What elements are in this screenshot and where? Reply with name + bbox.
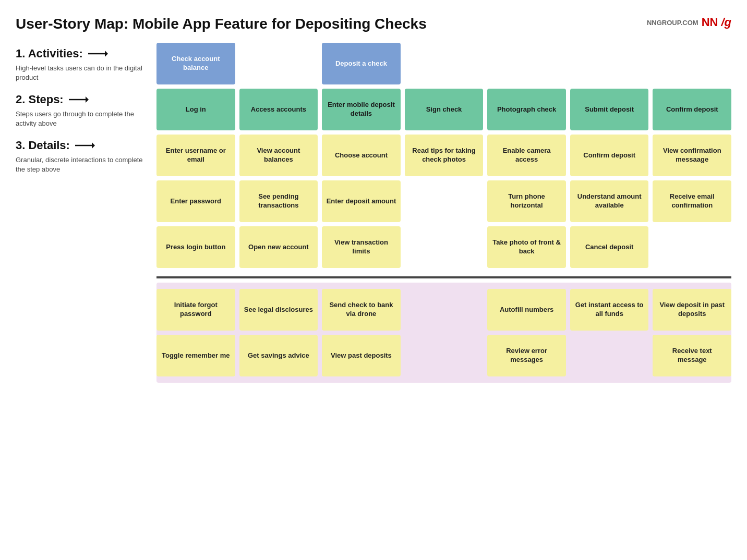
card-open-new-account[interactable]: Open new account <box>239 226 318 268</box>
steps-section: 2. Steps: Steps users go through to comp… <box>16 89 731 130</box>
details-col-2-4: Turn phone horizontal <box>487 180 566 222</box>
activities-row: Check account balance Deposit a check <box>156 43 731 84</box>
steps-col-6: Confirm deposit <box>653 89 731 130</box>
future-col-1-0: Initiate forgot password <box>156 289 235 331</box>
details-empty-3-3 <box>405 226 484 268</box>
details-col-2-1: See pending transactions <box>239 180 318 222</box>
card-choose-account[interactable]: Choose account <box>322 135 401 176</box>
details-cards: Enter username or email View account bal… <box>156 135 731 268</box>
card-enter-username[interactable]: Enter username or email <box>156 135 235 176</box>
activities-empty-3 <box>405 43 484 84</box>
card-initiate-forgot[interactable]: Initiate forgot password <box>156 289 235 331</box>
card-enter-deposit-amount[interactable]: Enter deposit amount <box>322 180 401 222</box>
future-col-2-0: Toggle remember me <box>156 335 235 376</box>
details-col-3-5: Cancel deposit <box>570 226 649 268</box>
future-empty-2-3 <box>405 335 484 376</box>
details-col-1-2: Choose account <box>322 135 401 176</box>
card-access-accounts[interactable]: Access accounts <box>239 89 318 130</box>
svg-marker-3 <box>86 96 89 103</box>
card-view-confirmation[interactable]: View confirmation messaage <box>653 135 731 176</box>
details-row-1: Enter username or email View account bal… <box>156 135 731 176</box>
future-col-1-4: Autofill numbers <box>487 289 566 331</box>
logo: NNGROUP.COM NN/g <box>647 16 731 29</box>
card-turn-phone[interactable]: Turn phone horizontal <box>487 180 566 222</box>
card-send-check-drone[interactable]: Send check to bank via drone <box>322 289 401 331</box>
activities-empty-4 <box>487 43 566 84</box>
logo-url: NNGROUP.COM <box>647 19 698 27</box>
future-col-2-2: View past deposits <box>322 335 401 376</box>
card-review-error[interactable]: Review error messages <box>487 335 566 376</box>
divider-spacer <box>16 272 156 278</box>
details-label: 3. Details: <box>16 139 151 152</box>
card-get-instant-access[interactable]: Get instant access to all funds <box>570 289 649 331</box>
card-cancel-deposit[interactable]: Cancel deposit <box>570 226 649 268</box>
card-confirm-deposit-d[interactable]: Confirm deposit <box>570 135 649 176</box>
card-submit-deposit[interactable]: Submit deposit <box>570 89 649 130</box>
details-col-3-0: Press login button <box>156 226 235 268</box>
card-deposit-check[interactable]: Deposit a check <box>322 43 401 84</box>
details-empty-2-3 <box>405 180 484 222</box>
activities-label: 1. Activities: <box>16 47 151 60</box>
future-col-2-1: Get savings advice <box>239 335 318 376</box>
future-col-1-6: View deposit in past deposits <box>653 289 731 331</box>
steps-title: 2. Steps: <box>16 93 64 106</box>
card-read-tips[interactable]: Read tips for taking check photos <box>405 135 484 176</box>
card-log-in[interactable]: Log in <box>156 89 235 130</box>
card-get-savings-advice[interactable]: Get savings advice <box>239 335 318 376</box>
details-col-2-3 <box>405 180 484 222</box>
future-row-1: Initiate forgot password See legal discl… <box>156 289 731 335</box>
card-press-login[interactable]: Press login button <box>156 226 235 268</box>
details-col-3-6 <box>653 226 731 268</box>
card-toggle-remember[interactable]: Toggle remember me <box>156 335 235 376</box>
page-title: User-Story Map: Mobile App Feature for D… <box>16 16 427 32</box>
logo-g: /g <box>721 16 731 29</box>
card-enter-mobile-deposit[interactable]: Enter mobile deposit details <box>322 89 401 130</box>
card-view-past-deposits[interactable]: View past deposits <box>322 335 401 376</box>
future-col-1-2: Send check to bank via drone <box>322 289 401 331</box>
card-receive-email[interactable]: Receive email confirmation <box>653 180 731 222</box>
card-enter-password[interactable]: Enter password <box>156 180 235 222</box>
activities-section: 1. Activities: High-level tasks users ca… <box>16 43 731 84</box>
card-understand-amount[interactable]: Understand amount available <box>570 180 649 222</box>
card-enable-camera[interactable]: Enable camera access <box>487 135 566 176</box>
activities-col-4 <box>487 43 566 84</box>
future-empty-1-3 <box>405 289 484 331</box>
divider <box>16 272 731 278</box>
card-sign-check[interactable]: Sign check <box>405 89 484 130</box>
card-autofill-numbers[interactable]: Autofill numbers <box>487 289 566 331</box>
details-col-3-2: View transaction limits <box>322 226 401 268</box>
card-photograph-check[interactable]: Photograph check <box>487 89 566 130</box>
card-confirm-deposit[interactable]: Confirm deposit <box>653 89 731 130</box>
activities-col-1 <box>239 43 318 84</box>
steps-col-4: Photograph check <box>487 89 566 130</box>
details-title: 3. Details: <box>16 139 70 152</box>
card-view-balances[interactable]: View account balances <box>239 135 318 176</box>
divider-line <box>156 276 731 278</box>
steps-cards: Log in Access accounts Enter mobile depo… <box>156 89 731 130</box>
details-col-2-2: Enter deposit amount <box>322 180 401 222</box>
future-col-2-3 <box>405 335 484 376</box>
card-check-balance[interactable]: Check account balance <box>156 43 235 84</box>
future-cards-wrapper: Initiate forgot password See legal discl… <box>156 283 731 383</box>
svg-marker-1 <box>105 51 108 57</box>
steps-col-0: Log in <box>156 89 235 130</box>
steps-row: Log in Access accounts Enter mobile depo… <box>156 89 731 130</box>
steps-desc: Steps users go through to complete the a… <box>16 109 151 128</box>
card-view-deposit-past[interactable]: View deposit in past deposits <box>653 289 731 331</box>
card-see-pending[interactable]: See pending transactions <box>239 180 318 222</box>
details-section: 3. Details: Granular, discrete interacti… <box>16 135 731 268</box>
header: User-Story Map: Mobile App Feature for D… <box>16 16 731 32</box>
card-receive-text[interactable]: Receive text message <box>653 335 731 376</box>
activities-col-5 <box>570 43 649 84</box>
card-take-photo[interactable]: Take photo of front & back <box>487 226 566 268</box>
activities-col-6 <box>653 43 731 84</box>
steps-label: 2. Steps: <box>16 93 151 106</box>
card-see-legal[interactable]: See legal disclosures <box>239 289 318 331</box>
details-label-col: 3. Details: Granular, discrete interacti… <box>16 135 156 174</box>
story-map: 1. Activities: High-level tasks users ca… <box>16 43 731 383</box>
steps-col-5: Submit deposit <box>570 89 649 130</box>
card-view-transaction-limits[interactable]: View transaction limits <box>322 226 401 268</box>
activities-label-col: 1. Activities: High-level tasks users ca… <box>16 43 156 82</box>
details-col-2-6: Receive email confirmation <box>653 180 731 222</box>
details-col-3-1: Open new account <box>239 226 318 268</box>
